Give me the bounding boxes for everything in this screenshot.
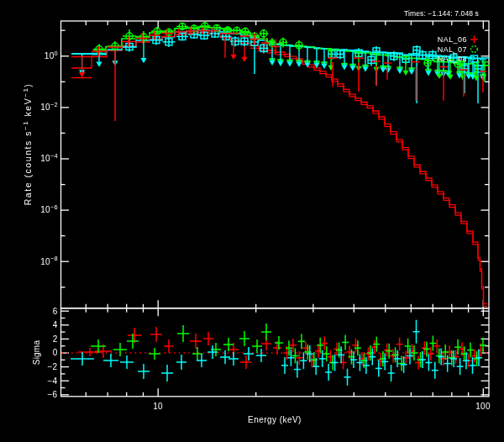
svg-text:100: 100 [475,402,491,411]
svg-text:Sigma: Sigma [32,340,41,366]
svg-text:4: 4 [53,320,58,329]
svg-text:−4: −4 [47,376,57,386]
svg-text:2: 2 [53,334,58,344]
svg-text:−2: −2 [47,362,57,371]
svg-text:Energy (keV): Energy (keV) [248,415,302,424]
svg-text:10: 10 [153,402,163,411]
svg-text:Rate (counts s−1 keV−1): Rate (counts s−1 keV−1) [22,83,33,206]
svg-text:6: 6 [53,307,58,316]
svg-text:0: 0 [53,348,58,357]
svg-text:NAL_08: NAL_08 [438,55,467,63]
svg-text:−6: −6 [47,390,57,399]
svg-text:NAL_07: NAL_07 [438,45,467,54]
svg-text:Times: −1.144: 7.048 s: Times: −1.144: 7.048 s [404,9,479,18]
svg-text:NAL_06: NAL_06 [438,35,467,44]
